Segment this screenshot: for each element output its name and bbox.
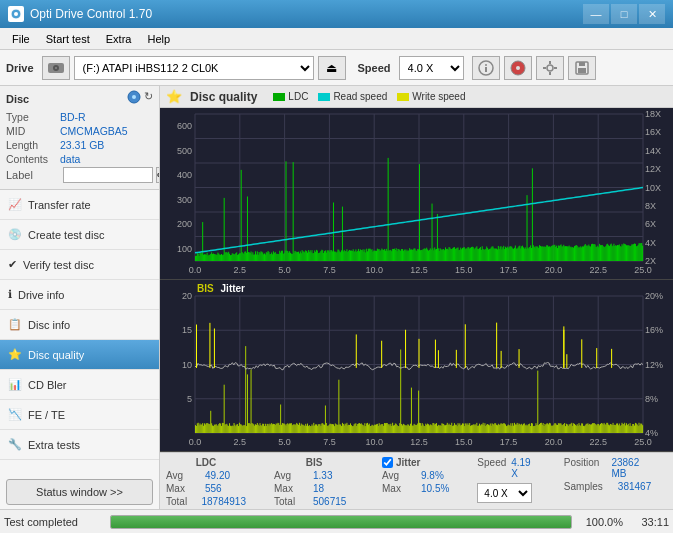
disc-type-val: BD-R — [60, 111, 86, 123]
menu-file[interactable]: File — [4, 28, 38, 49]
window-controls: — □ ✕ — [583, 4, 665, 24]
disc-label-key: Label — [6, 169, 60, 181]
ldc-total-val: 18784913 — [202, 496, 247, 507]
bis-total-label: Total — [274, 496, 309, 507]
nav-transfer-rate[interactable]: 📈 Transfer rate — [0, 190, 159, 220]
speed-select[interactable]: 4.0 X — [399, 56, 464, 80]
drive-info-icon: ℹ — [8, 288, 12, 301]
verify-test-disc-icon: ✔ — [8, 258, 17, 271]
minimize-button[interactable]: — — [583, 4, 609, 24]
legend-ldc: LDC — [273, 91, 308, 102]
nav-cd-bler-label: CD Bler — [28, 379, 67, 391]
legend-read-speed-label: Read speed — [333, 91, 387, 102]
info-button[interactable] — [472, 56, 500, 80]
jitter-checkbox[interactable] — [382, 457, 393, 468]
position-label: Position — [564, 457, 608, 479]
speed-section: Speed 4.19 X 4.0 X 8.0 X MAX — [477, 457, 535, 503]
ldc-chart-container — [160, 108, 673, 280]
nav-disc-info[interactable]: 📋 Disc info — [0, 310, 159, 340]
svg-point-1 — [14, 12, 18, 16]
sidebar: Disc ↻ Type BD-R MID CMCMAGBA5 Length 23… — [0, 86, 160, 509]
ldc-avg-label: Avg — [166, 470, 201, 481]
disc-panel-icon[interactable] — [127, 90, 141, 107]
svg-point-10 — [547, 65, 553, 71]
legend-read-speed-color — [318, 93, 330, 101]
bis-stats-header: BIS — [274, 457, 354, 468]
nav-verify-test-disc-label: Verify test disc — [23, 259, 94, 271]
nav-extra-tests-label: Extra tests — [28, 439, 80, 451]
ldc-stats-header: LDC — [166, 457, 246, 468]
legend-write-speed-color — [397, 93, 409, 101]
create-test-disc-icon: 💿 — [8, 228, 22, 241]
samples-label: Samples — [564, 481, 614, 492]
nav-drive-info[interactable]: ℹ Drive info — [0, 280, 159, 310]
svg-point-9 — [516, 66, 520, 70]
charts-area — [160, 108, 673, 452]
settings-button[interactable] — [536, 56, 564, 80]
main-content: Disc ↻ Type BD-R MID CMCMAGBA5 Length 23… — [0, 86, 673, 509]
cd-bler-icon: 📊 — [8, 378, 22, 391]
save-button[interactable] — [568, 56, 596, 80]
nav-items: 📈 Transfer rate 💿 Create test disc ✔ Ver… — [0, 190, 159, 460]
menu-help[interactable]: Help — [139, 28, 178, 49]
jitter-max-val: 10.5% — [421, 483, 449, 494]
menu-start-test[interactable]: Start test — [38, 28, 98, 49]
progress-bar-fill — [111, 516, 571, 528]
nav-create-test-disc[interactable]: 💿 Create test disc — [0, 220, 159, 250]
nav-disc-info-label: Disc info — [28, 319, 70, 331]
speed-section-label: Speed — [477, 457, 507, 479]
menu-bar: File Start test Extra Help — [0, 28, 673, 50]
disc-button[interactable] — [504, 56, 532, 80]
bis-total-val: 506715 — [313, 496, 346, 507]
title-bar: Opti Drive Control 1.70 — □ ✕ — [0, 0, 673, 28]
status-window-button[interactable]: Status window >> — [6, 479, 153, 505]
nav-verify-test-disc[interactable]: ✔ Verify test disc — [0, 250, 159, 280]
svg-point-19 — [132, 95, 136, 99]
bis-max-label: Max — [274, 483, 309, 494]
nav-fe-te[interactable]: 📉 FE / TE — [0, 400, 159, 430]
right-panel: ⭐ Disc quality LDC Read speed Write spee… — [160, 86, 673, 509]
nav-create-test-disc-label: Create test disc — [28, 229, 104, 241]
position-val: 23862 MB — [611, 457, 651, 479]
ldc-stats: LDC Avg 49.20 Max 556 Total 18784913 — [166, 457, 246, 507]
ldc-avg-val: 49.20 — [205, 470, 230, 481]
svg-point-4 — [55, 67, 57, 69]
svg-rect-17 — [579, 62, 585, 66]
status-bar: Test completed 100.0% 33:11 — [0, 509, 673, 533]
menu-extra[interactable]: Extra — [98, 28, 140, 49]
svg-rect-7 — [485, 67, 487, 72]
nav-fe-te-label: FE / TE — [28, 409, 65, 421]
drive-select[interactable]: (F:) ATAPI iHBS112 2 CL0K — [74, 56, 314, 80]
disc-contents-val: data — [60, 153, 80, 165]
disc-label-input[interactable] — [63, 167, 153, 183]
svg-rect-13 — [543, 67, 546, 69]
progress-time: 33:11 — [629, 516, 669, 528]
speed-label: Speed — [358, 62, 391, 74]
disc-length-val: 23.31 GB — [60, 139, 104, 151]
disc-refresh-icon[interactable]: ↻ — [144, 90, 153, 107]
speed-select-sm[interactable]: 4.0 X 8.0 X MAX — [477, 483, 532, 503]
progress-bar — [110, 515, 572, 529]
legend-ldc-label: LDC — [288, 91, 308, 102]
position-section: Position 23862 MB Samples 381467 — [564, 457, 651, 492]
legend-ldc-color — [273, 93, 285, 101]
close-button[interactable]: ✕ — [639, 4, 665, 24]
nav-cd-bler[interactable]: 📊 CD Bler — [0, 370, 159, 400]
nav-disc-quality-label: Disc quality — [28, 349, 84, 361]
disc-quality-title: Disc quality — [190, 90, 257, 104]
bis-chart-container — [160, 280, 673, 452]
maximize-button[interactable]: □ — [611, 4, 637, 24]
bis-avg-val: 1.33 — [313, 470, 332, 481]
nav-disc-quality[interactable]: ⭐ Disc quality — [0, 340, 159, 370]
ldc-total-label: Total — [166, 496, 198, 507]
disc-type-key: Type — [6, 111, 60, 123]
jitter-header-label: Jitter — [396, 457, 420, 468]
nav-extra-tests[interactable]: 🔧 Extra tests — [0, 430, 159, 460]
fe-te-icon: 📉 — [8, 408, 22, 421]
eject-button[interactable]: ⏏ — [318, 56, 346, 80]
legend-read-speed: Read speed — [318, 91, 387, 102]
svg-rect-16 — [578, 68, 586, 73]
disc-quality-icon: ⭐ — [8, 348, 22, 361]
legend-write-speed-label: Write speed — [412, 91, 465, 102]
disc-info-icon: 📋 — [8, 318, 22, 331]
